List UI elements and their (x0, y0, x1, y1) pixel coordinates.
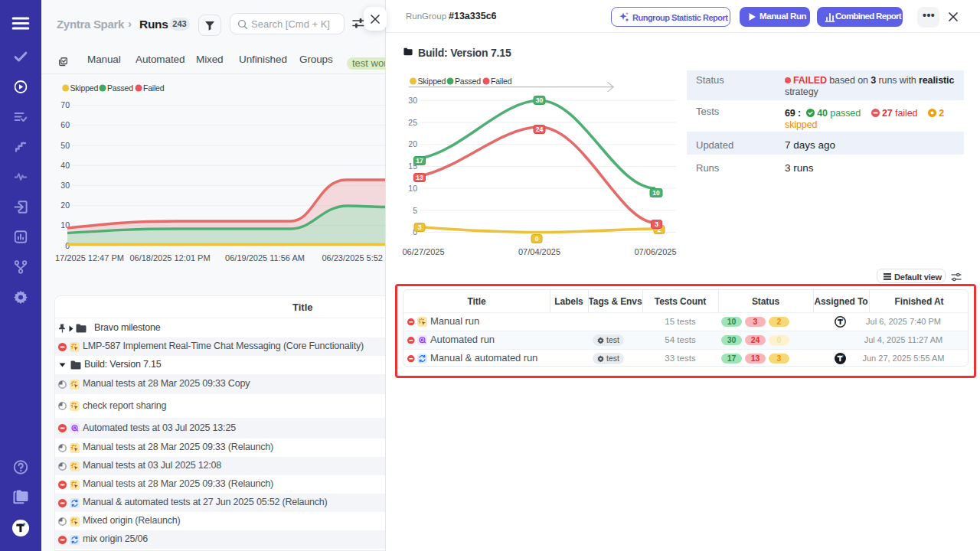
svg-text:Failed: Failed (491, 77, 512, 86)
svg-text:06/19/2025 11:56 AM: 06/19/2025 11:56 AM (225, 253, 305, 262)
svg-text:Passed: Passed (455, 77, 481, 86)
svg-text:20: 20 (60, 201, 70, 210)
svg-text:06/18/2025 12:01 PM: 06/18/2025 12:01 PM (129, 253, 210, 262)
svg-text:30: 30 (60, 181, 70, 190)
svg-text:3: 3 (655, 220, 658, 228)
svg-text:40: 40 (60, 161, 70, 170)
svg-text:10: 10 (408, 184, 417, 193)
svg-text:06/23/2025 5:52 PM: 06/23/2025 5:52 PM (322, 253, 386, 262)
svg-text:07/06/2025: 07/06/2025 (634, 247, 676, 256)
svg-text:30: 30 (536, 96, 544, 104)
svg-text:5: 5 (413, 206, 417, 215)
svg-text:Failed: Failed (143, 83, 165, 93)
svg-text:Skipped: Skipped (418, 77, 446, 86)
svg-text:17/2025 12:47 PM: 17/2025 12:47 PM (55, 253, 124, 262)
svg-text:10: 10 (652, 189, 660, 197)
svg-text:30: 30 (408, 96, 417, 105)
svg-text:13: 13 (416, 174, 423, 181)
svg-text:24: 24 (536, 126, 544, 133)
svg-text:3: 3 (418, 223, 422, 231)
svg-text:06/27/2025: 06/27/2025 (402, 247, 444, 256)
svg-text:Passed: Passed (107, 83, 133, 93)
svg-text:70: 70 (60, 100, 70, 109)
svg-text:20: 20 (408, 139, 417, 148)
svg-text:0: 0 (535, 235, 539, 243)
svg-text:07/04/2025: 07/04/2025 (518, 247, 560, 256)
svg-text:60: 60 (60, 120, 70, 129)
svg-text:Skipped: Skipped (70, 83, 99, 93)
svg-text:25: 25 (408, 118, 417, 127)
svg-text:17: 17 (416, 157, 423, 165)
svg-text:50: 50 (60, 141, 70, 150)
